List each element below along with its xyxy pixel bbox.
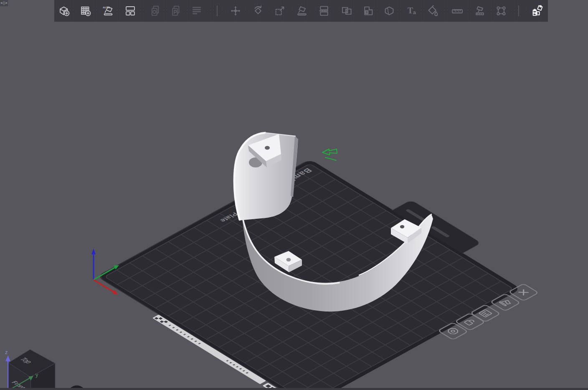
paste-button[interactable] — [167, 2, 185, 20]
copy-button[interactable] — [146, 2, 165, 20]
mesh-boolean-button[interactable] — [359, 2, 378, 20]
split-to-objects-button[interactable] — [315, 2, 333, 20]
scale-icon — [274, 5, 286, 17]
main-toolbar: AUTO — [54, 0, 548, 22]
paste-icon — [170, 5, 182, 17]
add-plate-icon — [79, 5, 92, 17]
add-text-icon: Ta — [406, 5, 418, 17]
screw-hole — [400, 225, 404, 228]
auto-orient-icon: AUTO — [102, 5, 114, 17]
color-paint-button[interactable] — [424, 2, 442, 20]
split-to-objects-icon — [318, 5, 330, 17]
close-icon — [513, 286, 534, 299]
support-paint-icon — [474, 5, 486, 17]
add-text-button[interactable]: Ta — [403, 2, 421, 20]
lay-on-face-button[interactable] — [293, 2, 311, 20]
move-button[interactable] — [226, 2, 245, 20]
arrange-icon — [124, 5, 137, 17]
mesh-boolean-icon — [362, 5, 375, 17]
cut-button[interactable] — [380, 2, 398, 20]
scale-button[interactable] — [271, 2, 289, 20]
auto-orient-button[interactable]: AUTO — [99, 2, 117, 20]
copy-icon — [149, 5, 162, 17]
toolbar-separator — [518, 5, 519, 16]
orientation-cube[interactable]: Top Front Right z y x — [0, 347, 63, 390]
support-paint-button[interactable] — [471, 2, 489, 20]
plate-grid — [104, 163, 514, 390]
assembly-view-icon — [531, 5, 543, 17]
svg-text:a: a — [413, 10, 416, 15]
move-icon — [229, 5, 242, 17]
split-to-parts-icon — [340, 5, 353, 17]
bottom-strip — [0, 388, 588, 390]
screw-hole — [286, 258, 291, 261]
z-axis-icon — [5, 355, 10, 361]
split-to-parts-button[interactable] — [337, 2, 356, 20]
svg-text:T: T — [408, 6, 413, 15]
arrange-button[interactable] — [121, 2, 139, 20]
rotate-icon — [252, 5, 264, 17]
qr-code-icon — [160, 319, 168, 324]
color-paint-icon — [427, 5, 439, 17]
orient-plate-icon — [494, 296, 516, 309]
plate-settings-icon — [442, 325, 464, 337]
plate-front-arrow-icon — [322, 149, 337, 160]
add-object-button[interactable] — [55, 2, 74, 20]
plate-handle-slot — [405, 209, 426, 222]
build-plate[interactable]: Bamb a Plate 01 — [97, 160, 520, 390]
x-axis-arrow-icon — [113, 290, 118, 294]
rotate-button[interactable] — [249, 2, 267, 20]
seam-paint-icon — [495, 5, 507, 17]
sidebar-collapse-icon[interactable]: <|> — [0, 0, 8, 6]
z-axis-arrow-icon — [91, 248, 96, 254]
screw-hole — [265, 146, 270, 149]
y-axis-label: y — [35, 372, 38, 378]
lay-on-face-icon — [296, 5, 308, 17]
cut-icon — [383, 5, 395, 17]
z-axis-label: z — [5, 349, 8, 355]
add-object-icon — [58, 5, 71, 17]
toolbar-separator — [217, 5, 218, 16]
measure-icon — [451, 5, 464, 17]
plate-handle-slot — [431, 226, 450, 238]
assembly-view-button[interactable] — [528, 2, 546, 20]
object-list-icon — [190, 5, 203, 17]
viewport-3d[interactable]: Bamb a Plate 01 — [0, 22, 588, 390]
seam-paint-button[interactable] — [492, 2, 510, 20]
unlock-icon — [459, 316, 481, 328]
measure-button[interactable] — [448, 2, 466, 20]
add-plate-button[interactable] — [76, 2, 95, 20]
object-list-button[interactable] — [188, 2, 206, 20]
slicer-window: <|> AUTO — [0, 0, 588, 390]
